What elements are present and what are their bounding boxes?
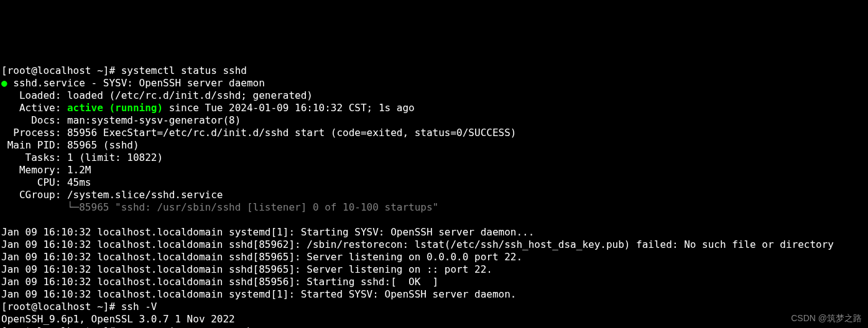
cgroup-child-line: └─85965 "sshd: /usr/sbin/sshd [listener]… bbox=[1, 201, 438, 213]
sshv-output: OpenSSH_9.6p1, OpenSSL 3.0.7 1 Nov 2022 bbox=[1, 313, 235, 325]
log-line-1: Jan 09 16:10:32 localhost.localdomain ss… bbox=[1, 239, 834, 250]
prompt-1: [root@localhost ~]# bbox=[1, 65, 121, 76]
active-label: Active: bbox=[1, 102, 67, 114]
log-line-5: Jan 09 16:10:32 localhost.localdomain sy… bbox=[1, 288, 516, 300]
log-line-4: Jan 09 16:10:32 localhost.localdomain ss… bbox=[1, 276, 438, 288]
terminal[interactable]: [root@localhost ~]# systemctl status ssh… bbox=[0, 62, 868, 328]
active-since: since Tue 2024-01-09 16:10:32 CST; 1s ag… bbox=[163, 102, 415, 114]
cpu-line: CPU: 45ms bbox=[1, 176, 91, 188]
prompt-3: [root@localhost ~]# bbox=[1, 326, 121, 328]
log-line-0: Jan 09 16:10:32 localhost.localdomain sy… bbox=[1, 226, 534, 238]
cmd-sshv: ssh -V bbox=[121, 301, 157, 312]
mainpid-line: Main PID: 85965 (sshd) bbox=[1, 139, 139, 151]
log-line-2: Jan 09 16:10:32 localhost.localdomain ss… bbox=[1, 251, 522, 263]
active-value: active (running) bbox=[67, 102, 163, 114]
cmd-status: systemctl status sshd bbox=[121, 65, 247, 76]
status-dot-icon: ● bbox=[1, 77, 7, 89]
loaded-line: Loaded: loaded (/etc/rc.d/init.d/sshd; g… bbox=[1, 89, 313, 101]
tasks-line: Tasks: 1 (limit: 10822) bbox=[1, 152, 163, 163]
cgroup-line: CGroup: /system.slice/sshd.service bbox=[1, 189, 223, 201]
memory-line: Memory: 1.2M bbox=[1, 164, 91, 176]
unit-name: sshd.service bbox=[13, 77, 85, 89]
process-line: Process: 85956 ExecStart=/etc/rc.d/init.… bbox=[1, 127, 516, 139]
watermark: CSDN @筑梦之路 bbox=[791, 312, 862, 324]
unit-desc: SYSV: OpenSSH server daemon bbox=[103, 77, 265, 89]
unit-dash: - bbox=[85, 77, 103, 89]
docs-line: Docs: man:systemd-sysv-generator(8) bbox=[1, 114, 241, 126]
cmd-rpm: rpm -qa | grep openssh bbox=[121, 326, 253, 328]
log-line-3: Jan 09 16:10:32 localhost.localdomain ss… bbox=[1, 263, 492, 275]
prompt-2: [root@localhost ~]# bbox=[1, 301, 121, 312]
